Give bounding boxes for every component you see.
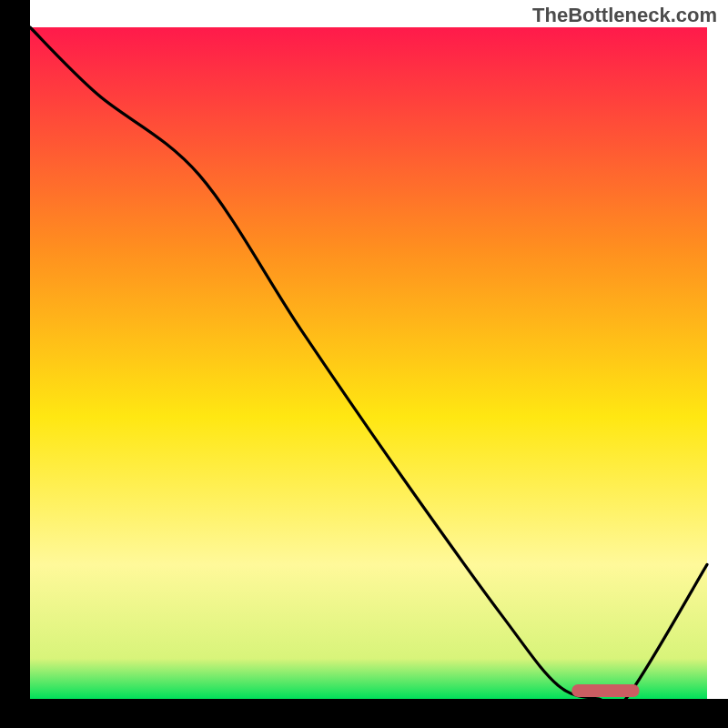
gradient-plot-area <box>30 27 707 699</box>
watermark-text: TheBottleneck.com <box>532 4 717 27</box>
chart-svg <box>0 0 728 728</box>
optimum-marker <box>571 684 639 697</box>
axis-bottom <box>0 699 728 728</box>
axis-left <box>0 0 30 728</box>
